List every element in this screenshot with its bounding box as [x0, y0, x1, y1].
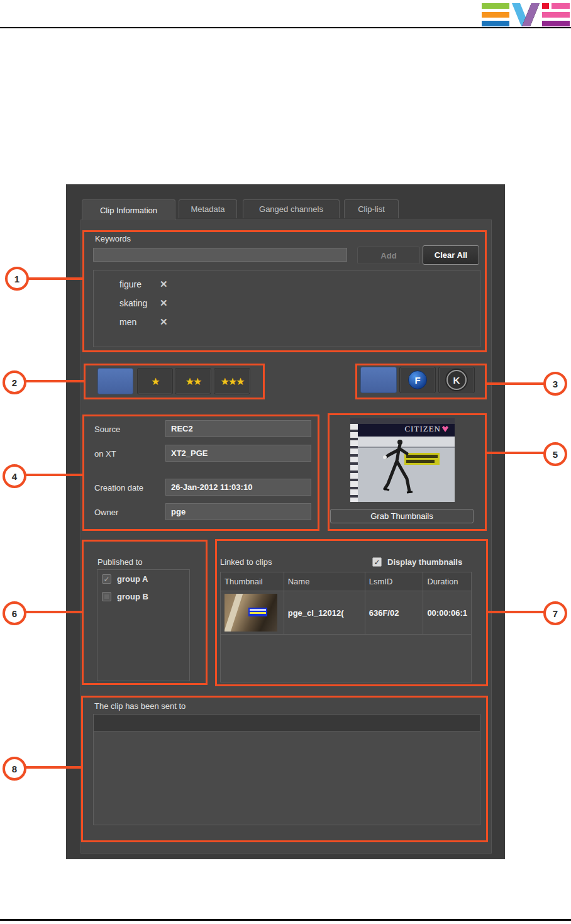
logo-e-bar-orange — [482, 12, 509, 18]
tab-label: Ganged channels — [259, 204, 323, 214]
callout-line-4 — [23, 474, 83, 476]
callout-line-5 — [485, 452, 546, 454]
logo-s-red — [542, 3, 549, 9]
evs-logo — [482, 3, 570, 26]
callout-4: 4 — [3, 464, 26, 488]
tab-label: Clip Information — [100, 206, 157, 215]
callout-5: 5 — [543, 442, 567, 466]
callout-line-6 — [23, 611, 83, 613]
header-rule — [0, 27, 571, 28]
callout-3: 3 — [543, 372, 567, 396]
tab-label: Metadata — [191, 204, 225, 214]
callout-line-8 — [23, 766, 82, 769]
footer-rule — [0, 919, 571, 921]
logo-s-purple — [542, 21, 570, 26]
callout-line-1 — [25, 277, 83, 280]
callout-box-4 — [82, 415, 319, 531]
callout-1: 1 — [5, 267, 29, 291]
logo-v — [512, 3, 540, 26]
documentation-page: Clip Information Metadata Ganged channel… — [0, 0, 571, 924]
logo-e-bar-green — [482, 3, 509, 9]
callout-box-2 — [84, 364, 265, 399]
callout-8: 8 — [3, 757, 26, 781]
tab-ganged-channels[interactable]: Ganged channels — [243, 199, 340, 218]
logo-s-pink-mid — [542, 12, 570, 18]
logo-e-bar-blue — [482, 21, 509, 26]
logo-s-pink-top — [552, 3, 570, 9]
callout-6: 6 — [3, 601, 26, 625]
callout-2: 2 — [3, 370, 26, 394]
callout-box-6 — [82, 540, 208, 685]
tab-clip-list[interactable]: Clip-list — [344, 199, 399, 218]
tab-metadata[interactable]: Metadata — [179, 199, 237, 218]
callout-box-1 — [82, 230, 487, 352]
callout-box-8 — [81, 696, 488, 842]
callout-line-7 — [487, 611, 546, 613]
callout-box-3 — [355, 364, 487, 399]
callout-line-3 — [485, 382, 546, 385]
tab-label: Clip-list — [358, 204, 385, 214]
callout-7: 7 — [543, 601, 567, 625]
callout-line-2 — [23, 380, 84, 382]
callout-box-5 — [328, 413, 487, 531]
tab-clip-information[interactable]: Clip Information — [82, 199, 175, 220]
callout-box-7 — [215, 539, 488, 686]
